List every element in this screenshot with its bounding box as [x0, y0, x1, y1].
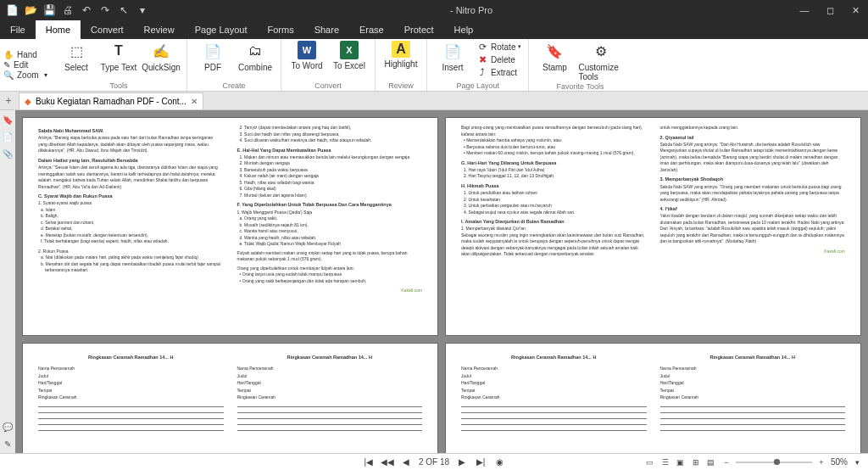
first-page-button[interactable]: |◀ — [363, 456, 375, 468]
combine-button[interactable]: 🗂Combine — [236, 41, 274, 72]
attachments-panel-button[interactable]: 📎 — [2, 148, 14, 159]
window-controls: — ◻ ✕ — [792, 2, 868, 19]
tab-help[interactable]: Help — [444, 20, 484, 39]
pointer-icon[interactable]: ↖ — [115, 2, 132, 19]
quicksign-button[interactable]: ✍QuickSign — [142, 41, 180, 72]
facing-view[interactable]: ▣ — [675, 456, 687, 468]
type-text-button[interactable]: TType Text — [100, 41, 137, 72]
tab-page-layout[interactable]: Page Layout — [185, 20, 258, 39]
to-word-button[interactable]: WTo Word — [288, 41, 326, 70]
hand-icon: ✋ — [3, 50, 14, 59]
title-bar: 📄 📂 💾 🖨 ↶ ↷ ↖ ▾ - Nitro Pro — ◻ ✕ — [0, 0, 868, 20]
back-button[interactable]: ◀ — [400, 456, 412, 468]
page-2: Sabda Nabi Muhammad SAW. Artinya: "Baran… — [22, 117, 438, 336]
word-icon: W — [298, 41, 316, 59]
document-tab-label: Buku Kegiatan Ramadhan PDF - Cont... — [36, 97, 186, 106]
ribbon-group-create: 📄PDF 🗂Combine Create — [187, 39, 281, 91]
highlight-icon: A — [392, 41, 410, 58]
delete-button[interactable]: ✖Delete — [476, 53, 521, 65]
tab-protect[interactable]: Protect — [394, 20, 444, 39]
save-icon[interactable]: 💾 — [41, 2, 58, 19]
page-5: Ringkasan Ceramah Ramadhan 14... H Nama … — [445, 343, 861, 453]
page-4: Ringkasan Ceramah Ramadhan 14... H Nama … — [22, 343, 438, 453]
nav-back-arrow[interactable]: ◉ — [493, 456, 505, 468]
rotate-button[interactable]: ⟳Rotate▾ — [476, 41, 521, 53]
prev-page-button[interactable]: ◀◀ — [381, 456, 393, 468]
zoom-in-button[interactable]: + — [815, 456, 827, 468]
undo-icon[interactable]: ↶ — [78, 2, 95, 19]
ribbon-group-tools: ⬚Select TType Text ✍QuickSign Tools — [51, 39, 187, 91]
left-sidebar: 🔖 📄 📎 💬 ✎ — [0, 110, 15, 453]
tab-erase[interactable]: Erase — [349, 20, 394, 39]
next-page-button[interactable]: ▶| — [475, 456, 487, 468]
zoom-slider[interactable] — [736, 462, 812, 463]
edit-tool[interactable]: ✎Edit — [3, 60, 47, 70]
extract-icon: ⤴ — [476, 66, 488, 78]
pdf-icon: 📄 — [203, 41, 223, 61]
window-title: - Nitro Pro — [151, 5, 792, 15]
extract-button[interactable]: ⤴Extract — [476, 66, 521, 78]
qat-more-icon[interactable]: ▾ — [134, 2, 151, 19]
select-button[interactable]: ⬚Select — [58, 41, 95, 72]
quick-access-toolbar: 📄 📂 💾 🖨 ↶ ↷ ↖ ▾ — [0, 2, 151, 19]
chevron-down-icon: ▾ — [44, 71, 47, 79]
chevron-down-icon: ▾ — [518, 43, 521, 50]
zoom-level: 50% — [831, 457, 848, 467]
signatures-panel-button[interactable]: ✎ — [2, 438, 14, 450]
document-viewer[interactable]: Sabda Nabi Muhammad SAW. Artinya: "Baran… — [15, 110, 868, 453]
single-page-view[interactable]: ▭ — [644, 456, 656, 468]
cursor-icon: ⬚ — [66, 41, 86, 61]
excel-icon: X — [340, 41, 359, 59]
new-tab-button[interactable]: ＋ — [3, 94, 14, 106]
print-icon[interactable]: 🖨 — [59, 2, 76, 19]
workspace: 🔖 📄 📎 💬 ✎ Sabda Nabi Muhammad SAW. Artin… — [0, 110, 868, 453]
comments-panel-button[interactable]: 💬 — [2, 421, 14, 433]
pages-panel-button[interactable]: 📄 — [2, 131, 14, 143]
facing-continuous-view[interactable]: ⊞ — [690, 456, 702, 468]
tab-home[interactable]: Home — [36, 20, 81, 39]
zoom-dropdown[interactable]: ▾ — [851, 456, 863, 468]
tab-convert[interactable]: Convert — [81, 20, 134, 39]
new-file-icon[interactable]: 📄 — [3, 2, 20, 19]
document-tab-strip: ＋ ◆ Buku Kegiatan Ramadhan PDF - Cont...… — [0, 92, 868, 110]
edit-icon: ✎ — [3, 60, 10, 70]
close-button[interactable]: ✕ — [843, 2, 868, 19]
to-excel-button[interactable]: XTo Excel — [331, 41, 368, 70]
tab-review[interactable]: Review — [134, 20, 185, 39]
document-tab[interactable]: ◆ Buku Kegiatan Ramadhan PDF - Cont... ✕ — [19, 92, 203, 109]
combine-icon: 🗂 — [245, 41, 265, 61]
ribbon-group-review: AHighlight Review — [376, 39, 427, 91]
tab-forms[interactable]: Forms — [257, 20, 303, 39]
ribbon-left-tools: ✋Hand ✎Edit 🔍Zoom▾ — [0, 39, 51, 91]
signature-icon: ✍ — [151, 41, 171, 61]
delete-icon: ✖ — [476, 53, 488, 65]
ribbon: ✋Hand ✎Edit 🔍Zoom▾ ⬚Select TType Text ✍Q… — [0, 39, 868, 92]
hand-tool[interactable]: ✋Hand — [3, 50, 47, 59]
redo-icon[interactable]: ↷ — [97, 2, 114, 19]
maximize-button[interactable]: ◻ — [817, 2, 843, 19]
insert-button[interactable]: 📄Insert — [434, 41, 471, 72]
ribbon-group-pagelayout: 📄Insert ⟳Rotate▾ ✖Delete ⤴Extract Page L… — [427, 39, 529, 91]
rotate-icon: ⟳ — [476, 41, 488, 53]
type-icon: T — [108, 41, 129, 61]
stamp-button[interactable]: 🔖Stamp — [536, 41, 573, 72]
continuous-view[interactable]: ☰ — [659, 456, 671, 468]
ribbon-group-convert: WTo Word XTo Excel Convert — [281, 39, 376, 91]
bookmarks-panel-button[interactable]: 🔖 — [2, 114, 14, 126]
gear-icon: ⚙ — [591, 41, 611, 61]
page-3: Bagi orang-orang yang membatalkan puasa … — [445, 117, 861, 336]
tab-file[interactable]: File — [0, 20, 36, 39]
customize-tools-button[interactable]: ⚙Customize Tools — [578, 41, 624, 81]
open-folder-icon[interactable]: 📂 — [22, 2, 39, 19]
zoom-tool[interactable]: 🔍Zoom▾ — [3, 70, 47, 80]
close-tab-button[interactable]: ✕ — [191, 97, 198, 106]
highlight-button[interactable]: AHighlight — [382, 41, 420, 69]
pdf-button[interactable]: 📄PDF — [194, 41, 231, 72]
forward-button[interactable]: ▶ — [456, 456, 468, 468]
zoom-out-button[interactable]: − — [721, 456, 732, 468]
tab-share[interactable]: Share — [304, 20, 349, 39]
bottom-navbar: |◀ ◀◀ ◀ 2 OF 18 ▶ ▶| ◉ ▭ ☰ ▣ ⊞ ▤ − + 50%… — [0, 453, 868, 470]
thumbnail-view[interactable]: ▤ — [705, 456, 717, 468]
minimize-button[interactable]: — — [792, 2, 817, 19]
ribbon-group-favorites: 🔖Stamp ⚙Customize Tools Favorite Tools — [529, 39, 631, 91]
